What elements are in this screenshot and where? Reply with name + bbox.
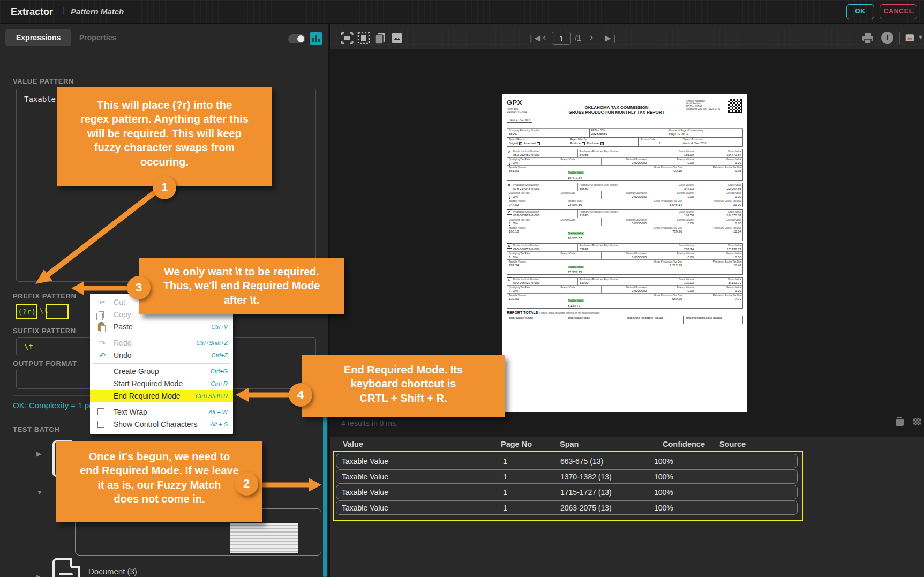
menu-item-start-required-mode[interactable]: Start Required ModeCtrl+R [90,378,233,390]
col-pageno: Page No [501,440,532,448]
result-row[interactable]: Taxable Value1 1370-1382 (13)100% [336,469,798,484]
collapse-arrow-icon[interactable]: ▼ [36,489,43,496]
cut-icon: ✂ [96,296,108,309]
taxable-value-match: Taxable Value [568,299,584,302]
page-thumbnail[interactable] [230,523,298,553]
results-summary: 4 results in 0 ms. [341,419,398,428]
checkbox-icon[interactable] [97,421,104,428]
cursor-highlight-box [46,304,69,319]
doc-section: B Production Unit Number078-214348-0-000… [507,183,743,207]
value-pattern-label: VALUE PATTERN [13,77,74,85]
result-row[interactable]: Taxable Value1 663-675 (13)100% [336,454,798,468]
required-token-highlight: (?r) [16,304,37,319]
fit-width-icon[interactable] [340,31,354,45]
tree-item-document3[interactable]: Document (3) [88,567,137,576]
paste-icon [98,323,104,331]
result-row[interactable]: Taxable Value1 2063-2075 (13)100% [336,500,798,515]
prev-page-button[interactable]: ‹ [543,31,546,43]
ok-button[interactable]: OK [846,4,874,19]
callout-2-badge: 2 [235,472,258,496]
menu-separator [93,363,230,364]
print-icon[interactable] [861,31,875,45]
complexity-status: OK: Complexity = 1 pe [13,401,93,410]
menu-separator [93,404,230,404]
taxable-value-match: Taxable Value [568,266,584,268]
callout-4: End Required Mode. Its keyboard chortcut… [302,355,505,417]
vertical-scrollbar[interactable] [323,414,327,577]
pages-icon[interactable] [373,31,387,45]
callout-1-badge: 1 [153,176,176,199]
output-format-label: OUTPUT FORMAT [13,359,77,368]
col-span: Span [560,440,579,448]
callout-3: We only want \t to be required. Thus, we… [139,258,344,314]
doc-totals-row: Total Taxable Volume Total Taxable Value… [507,316,743,324]
result-row[interactable]: Taxable Value1 1715-1727 (13)100% [336,485,798,499]
title-separator: | [63,5,65,16]
menu-item-text-wrap[interactable]: Text WrapAlt + W [90,406,233,418]
col-value: Value [343,440,363,448]
chart-icon[interactable] [310,32,322,45]
info-icon[interactable]: i [881,32,893,44]
copy-icon [99,311,104,318]
taxable-value-match: Taxable Value [568,200,623,203]
expand-arrow-icon[interactable]: ▶ [36,573,41,577]
context-menu: ✂ Cut Copy PasteCtrl+V ↷ RedoCtrl+Shift+… [90,294,233,434]
clear-results-icon[interactable] [896,417,904,426]
first-page-button[interactable]: ❘◀ [528,33,540,43]
selection-region-icon[interactable] [357,31,371,45]
doc-section: C Production Unit Number033-083939-0-000… [507,209,743,241]
viewer-toolbar: ❘◀ ‹ /1 › ▶❘ i ▼ [330,27,924,49]
last-page-button[interactable]: ▶❘ [605,33,618,43]
menu-item-undo[interactable]: ↶ UndoCtrl+Z [90,349,233,362]
callout-2: Once it's begun, we need to end Required… [56,441,262,522]
tab-properties[interactable]: Properties [69,29,127,46]
app-title: Extractor [11,6,53,18]
doc-title: OKLAHOMA TAX COMMISSION GROSS PRODUCTION… [555,105,678,115]
cancel-button[interactable]: CANCEL [880,4,917,19]
grid-view-icon[interactable] [913,418,921,425]
suffix-pattern-label: SUFFIX PATTERN [13,327,76,335]
tab-expressions[interactable]: Expressions [5,29,71,46]
doc-report-totals: REPORT TOTALS (Report Totals should be e… [507,311,743,314]
menu-item-redo[interactable]: ↷ RedoCtrl+Shift+Z [90,337,233,349]
qr-code [728,99,742,113]
col-source: Source [719,440,746,448]
menu-item-create-group[interactable]: Create GroupCtrl+G [90,365,233,378]
page-number-input[interactable] [552,32,571,45]
doc-audit-address: Gross Production Audit Section PO Box 26… [686,100,724,110]
callout-1: This will place (?r) into the regex patt… [57,87,272,186]
viewer-panel: ❘◀ ‹ /1 › ▶❘ i ▼ GPX [330,24,924,577]
undo-icon: ↶ [96,349,108,362]
image-menu-dropdown-icon[interactable]: ▼ [918,34,923,40]
document-page[interactable]: GPX Form 300 Revised 10-2014 OFFICE USE … [502,94,747,412]
title-bar: Extractor | Pattern Match OK CANCEL [0,0,924,24]
image-view-icon[interactable] [390,31,404,45]
taxable-value-match: Taxable Value [568,232,584,235]
test-batch-label: TEST BATCH [13,425,59,433]
divider [330,433,924,433]
page-total-label: /1 [575,34,581,42]
doc-info-row2: Type of Report OriginalX Amended Report … [507,138,743,147]
suffix-pattern-text: \t [24,342,33,351]
expand-arrow-icon[interactable]: ▶ [36,450,41,458]
menu-item-end-required-mode[interactable]: End Required ModeCtrl+Shift+R [90,390,233,402]
next-page-button[interactable]: › [590,31,593,43]
prefix-pattern-label: PREFIX PATTERN [13,292,76,300]
checkbox-icon[interactable] [97,408,104,415]
doc-logo: GPX [507,99,522,107]
document-icon[interactable] [52,558,80,577]
menu-item-show-control-characters[interactable]: Show Control CharactersAlt + S [90,418,233,431]
doc-sections: A Production Unit Number053-352489-0-000… [507,149,743,309]
menu-item-paste[interactable]: PasteCtrl+V [90,321,233,333]
divider [0,438,328,438]
image-menu-icon[interactable] [905,31,917,45]
callout-4-badge: 4 [289,383,312,407]
left-tab-bar: Expressions Properties [0,27,328,49]
extractor-window: Extractor | Pattern Match OK CANCEL Expr… [0,0,924,577]
doc-section: A Production Unit Number053-352489-0-000… [507,149,743,181]
doc-info-row1: Company Reporting Number55067 FEIN or SS… [507,129,743,138]
debug-toggle[interactable] [288,34,305,43]
menu-separator [93,335,230,335]
doc-office-use: OFFICE USE ONLY [507,118,532,123]
redo-icon: ↷ [96,337,108,349]
